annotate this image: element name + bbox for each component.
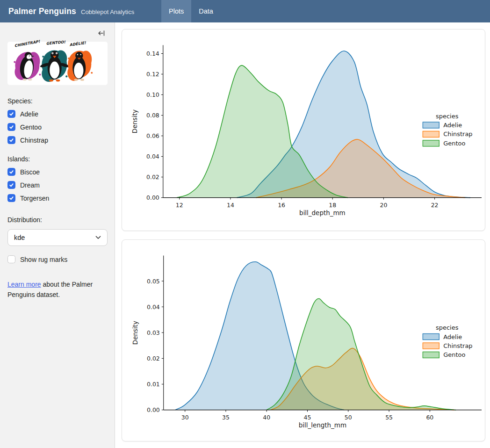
x-tick-label: 35 [222, 414, 230, 421]
chevron-down-icon [95, 236, 101, 239]
x-tick-label: 12 [176, 202, 183, 209]
legend-swatch-gentoo [423, 140, 439, 146]
checkbox-label: Gentoo [20, 123, 42, 131]
x-tick-label: 22 [431, 202, 439, 209]
x-tick-label: 50 [345, 414, 352, 421]
distribution-label: Distribution: [7, 216, 107, 224]
x-axis-label: bill_depth_mm [299, 210, 346, 217]
checkbox-island-torgersen[interactable]: Torgersen [7, 194, 107, 202]
legend-swatch-chinstrap [423, 131, 439, 137]
x-tick-label: 60 [426, 414, 433, 421]
checkbox-label: Biscoe [20, 168, 40, 176]
checkbox-icon [7, 123, 15, 131]
y-tick-label: 0.02 [146, 173, 159, 181]
checkbox-species-chinstrap[interactable]: Chinstrap [7, 136, 107, 144]
bill-length-plot-card: 303540455055600.000.010.020.030.040.05bi… [122, 239, 485, 441]
collapse-left-icon [98, 29, 105, 37]
legend-swatch-adelie [423, 122, 439, 128]
y-tick-label: 0.00 [147, 406, 160, 413]
bill-depth-plot-card: 1214161820220.000.020.040.060.080.100.12… [122, 29, 485, 231]
islands-group-label: Islands: [7, 155, 107, 163]
legend-label: Chinstrap [443, 342, 472, 349]
checkbox-label: Torgersen [20, 195, 49, 202]
legend-title: species [436, 113, 459, 120]
checkbox-icon [7, 181, 15, 189]
x-tick-label: 30 [181, 414, 189, 421]
legend-swatch-chinstrap [423, 343, 439, 349]
app-title: Palmer Penguins [8, 7, 76, 16]
checkbox-species-gentoo[interactable]: Gentoo [7, 123, 107, 131]
distribution-select[interactable]: kde [7, 229, 108, 246]
checkbox-island-dream[interactable]: Dream [7, 181, 107, 189]
y-tick-label: 0.04 [146, 153, 159, 160]
app-subtitle: Cobblepot Analytics [81, 8, 134, 15]
dataset-info-text: Learn more about the Palmer Penguins dat… [7, 279, 101, 300]
legend-title: species [436, 324, 459, 331]
legend-label: Chinstrap [443, 130, 472, 137]
x-tick-label: 45 [304, 414, 311, 421]
legend-label: Adelie [443, 333, 462, 340]
legend-swatch-gentoo [423, 352, 439, 358]
checkbox-island-biscoe[interactable]: Biscoe [7, 168, 107, 176]
checkbox-species-adelie[interactable]: Adelie [7, 110, 107, 118]
x-tick-label: 20 [380, 202, 387, 209]
species-group-label: Species: [7, 97, 107, 105]
y-tick-label: 0.12 [146, 71, 159, 78]
app-brand: Palmer Penguins Cobblepot Analytics [0, 7, 161, 16]
checkbox-icon [7, 255, 15, 263]
navbar: Palmer Penguins Cobblepot Analytics Plot… [0, 0, 490, 22]
y-tick-label: 0.05 [147, 278, 160, 285]
y-tick-label: 0.08 [146, 112, 159, 119]
legend-label: Adelie [443, 122, 462, 129]
x-tick-label: 55 [385, 414, 393, 421]
checkbox-label: Adelie [20, 110, 38, 118]
checkbox-label: Chinstrap [20, 137, 48, 144]
x-tick-label: 16 [278, 202, 285, 209]
checkbox-show-rug-marks[interactable]: Show rug marks [7, 255, 107, 263]
legend-label: Gentoo [443, 351, 465, 358]
y-tick-label: 0.14 [146, 50, 159, 57]
checkbox-label: Dream [20, 181, 40, 189]
penguins-artwork: CHINSTRAP! GENTOO! [7, 39, 108, 86]
y-tick-label: 0.03 [147, 329, 160, 336]
legend-label: Gentoo [443, 140, 465, 147]
tab-data[interactable]: Data [191, 0, 221, 22]
y-tick-label: 0.00 [146, 194, 159, 201]
checkbox-icon [7, 168, 15, 176]
y-tick-label: 0.02 [147, 355, 160, 362]
x-tick-label: 14 [227, 202, 234, 209]
bill-length-density-chart: 303540455055600.000.010.020.030.040.05bi… [122, 240, 485, 441]
x-tick-label: 40 [263, 414, 270, 421]
y-tick-label: 0.04 [147, 303, 160, 311]
y-axis-label: Density [132, 321, 139, 345]
sidebar: CHINSTRAP! GENTOO! [0, 22, 115, 448]
nav-tabs: Plots Data [161, 0, 221, 22]
checkbox-label: Show rug marks [20, 256, 67, 263]
legend-swatch-adelie [423, 334, 439, 340]
y-tick-label: 0.06 [146, 132, 159, 139]
learn-more-link[interactable]: Learn more [7, 281, 41, 288]
y-tick-label: 0.01 [147, 381, 160, 388]
distribution-selected-value: kde [14, 234, 25, 241]
checkbox-icon [7, 194, 15, 202]
tab-plots[interactable]: Plots [161, 0, 191, 22]
y-tick-label: 0.10 [146, 91, 159, 98]
y-axis-label: Density [131, 109, 138, 133]
checkbox-icon [7, 136, 15, 144]
x-tick-label: 18 [329, 202, 336, 209]
sidebar-collapse-button[interactable] [97, 29, 106, 37]
main-content: 1214161820220.000.020.040.060.080.100.12… [115, 22, 490, 448]
x-axis-label: bill_length_mm [299, 422, 346, 429]
checkbox-icon [7, 110, 15, 118]
bill-depth-density-chart: 1214161820220.000.020.040.060.080.100.12… [122, 29, 485, 231]
